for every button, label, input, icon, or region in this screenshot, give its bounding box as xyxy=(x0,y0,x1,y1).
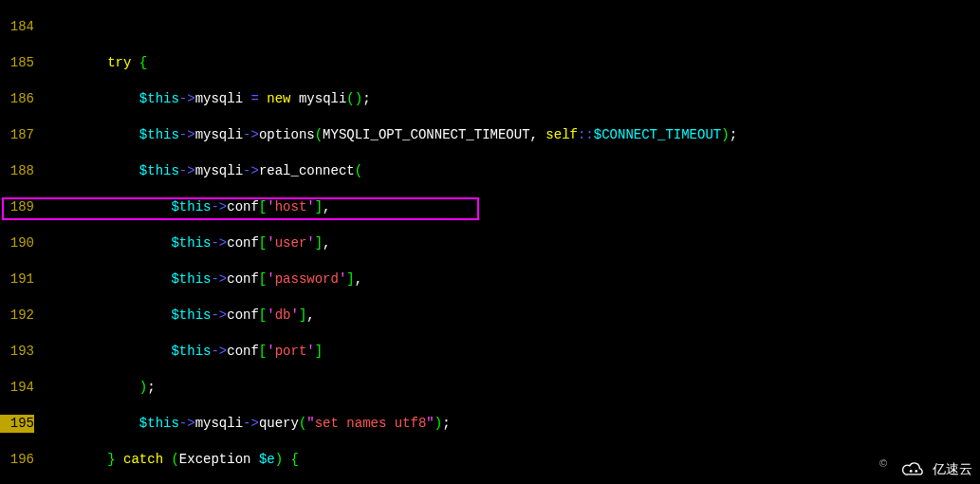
cloud-icon xyxy=(900,461,927,478)
code-line: 184 xyxy=(0,18,980,36)
code-editor: 184 185 try { 186 $this->mysqli = new my… xyxy=(0,0,980,484)
code-line: 191 $this->conf['password'], xyxy=(0,270,980,289)
code-line: 186 $this->mysqli = new mysqli(); xyxy=(0,90,980,108)
copyright-symbol: © xyxy=(879,455,887,473)
code-line: 196 } catch (Exception $e) { xyxy=(0,451,980,469)
code-line: 192 $this->conf['db'], xyxy=(0,307,980,325)
line-number: 184 xyxy=(0,18,34,36)
line-number: 191 xyxy=(0,270,34,289)
line-number-current: 195 xyxy=(0,415,34,433)
line-number: 192 xyxy=(0,307,34,325)
watermark-logo: 亿速云 xyxy=(900,460,972,478)
line-number: 189 xyxy=(0,198,34,216)
code-line: 187 $this->mysqli->options(MYSQLI_OPT_CO… xyxy=(0,126,980,144)
code-line: 189 $this->conf['host'], xyxy=(0,198,980,216)
code-line: 194 ); xyxy=(0,379,980,397)
code-line: 188 $this->mysqli->real_connect( xyxy=(0,162,980,180)
code-line: 185 try { xyxy=(0,54,980,72)
watermark-text: 亿速云 xyxy=(933,460,972,478)
line-number: 193 xyxy=(0,343,34,361)
svg-point-0 xyxy=(910,470,913,473)
line-number: 187 xyxy=(0,126,34,144)
svg-point-1 xyxy=(915,470,917,473)
code-line: 193 $this->conf['port'] xyxy=(0,343,980,361)
line-number: 186 xyxy=(0,90,34,108)
line-number: 185 xyxy=(0,54,34,72)
line-number: 196 xyxy=(0,451,34,469)
code-line: 190 $this->conf['user'], xyxy=(0,234,980,252)
line-number: 194 xyxy=(0,379,34,397)
code-line-highlighted: 195 $this->mysqli->query("set names utf8… xyxy=(0,415,980,433)
line-number: 190 xyxy=(0,234,34,252)
line-number: 188 xyxy=(0,162,34,180)
